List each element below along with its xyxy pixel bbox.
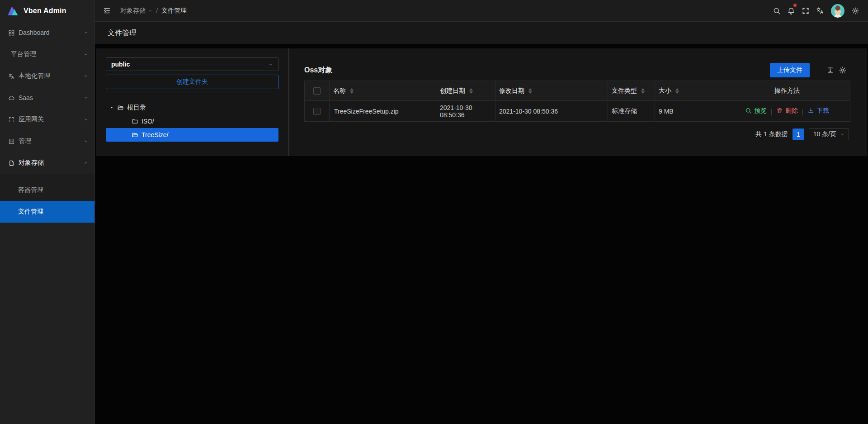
chevron-down-icon xyxy=(148,9,152,13)
fullscreen-icon[interactable] xyxy=(798,0,813,22)
tree-item[interactable]: ISO/ xyxy=(106,114,278,128)
bell-icon[interactable] xyxy=(784,0,798,22)
table-row: TreeSizeFreeSetup.zip2021-10-30 08:50:36… xyxy=(305,101,850,122)
bucket-panel: public 创建文件夹 根目录ISO/TreeSize/ xyxy=(96,48,288,156)
cell-size: 9 MB xyxy=(655,101,724,122)
cloud-icon xyxy=(8,95,15,101)
column-header-size[interactable]: 大小 xyxy=(655,81,724,101)
chevron-down-icon xyxy=(84,95,88,100)
delete-icon xyxy=(776,107,783,114)
page-size-value: 10 条/页 xyxy=(813,130,836,138)
column-header-modified[interactable]: 修改日期 xyxy=(495,81,608,101)
row-checkbox[interactable] xyxy=(313,108,321,115)
chevron-down-icon xyxy=(84,117,88,122)
folder-icon xyxy=(132,118,138,125)
action-divider xyxy=(802,109,803,115)
breadcrumb-item-parent[interactable]: 对象存储 xyxy=(120,7,152,15)
sidebar-item[interactable]: 应用网关 xyxy=(0,109,94,130)
file-icon xyxy=(8,160,15,167)
sidebar-subitem[interactable]: 容器管理 xyxy=(0,179,94,201)
sidebar-item[interactable]: 对象存储 xyxy=(0,152,94,174)
sidebar-item[interactable]: 本地化管理 xyxy=(0,65,94,87)
notification-badge xyxy=(793,4,797,7)
cell-actions: 预览删除下载 xyxy=(724,101,850,122)
header-actions xyxy=(769,0,863,22)
cell-name: TreeSizeFreeSetup.zip xyxy=(330,101,436,122)
sidebar-menu: Dashboard平台管理本地化管理Saas应用网关管理对象存储容器管理文件管理 xyxy=(0,22,94,223)
oss-panel-header: Oss对象 上传文件 xyxy=(304,63,849,77)
folder-tree: 根目录ISO/TreeSize/ xyxy=(106,101,278,142)
sidebar-item[interactable]: 管理 xyxy=(0,130,94,152)
sidebar-item[interactable]: Saas xyxy=(0,87,94,109)
chevron-down-icon xyxy=(84,52,88,57)
pagination-page-button[interactable]: 1 xyxy=(793,129,804,140)
folder-open-icon xyxy=(117,105,124,111)
sort-icon[interactable] xyxy=(641,88,645,94)
breadcrumb-separator: / xyxy=(156,7,158,14)
column-header-type[interactable]: 文件类型 xyxy=(608,81,655,101)
app-root: Vben Admin Dashboard平台管理本地化管理Saas应用网关管理对… xyxy=(0,0,868,424)
sort-icon[interactable] xyxy=(675,88,679,94)
sidebar: Vben Admin Dashboard平台管理本地化管理Saas应用网关管理对… xyxy=(0,0,95,424)
breadcrumb: 对象存储 / 文件管理 xyxy=(120,7,187,15)
column-header-created[interactable]: 创建日期 xyxy=(436,81,495,101)
sort-icon[interactable] xyxy=(350,88,354,94)
chevron-down-icon xyxy=(84,139,88,143)
upload-button[interactable]: 上传文件 xyxy=(770,63,810,77)
chevron-down-icon xyxy=(84,161,88,165)
delete-action[interactable]: 删除 xyxy=(776,107,798,115)
preview-icon xyxy=(745,107,752,114)
toolbar-divider xyxy=(818,67,818,74)
translate-icon xyxy=(8,73,15,80)
panel-title: Oss对象 xyxy=(304,66,332,75)
page-title: 文件管理 xyxy=(108,29,137,38)
bucket-select-value: public xyxy=(111,61,130,68)
bucket-select[interactable]: public xyxy=(106,57,278,71)
column-header-name[interactable]: 名称 xyxy=(330,81,436,101)
header-left: 对象存储 / 文件管理 xyxy=(99,0,187,22)
select-all-checkbox[interactable] xyxy=(313,87,321,95)
preview-action[interactable]: 预览 xyxy=(745,107,767,115)
logo[interactable]: Vben Admin xyxy=(0,0,94,22)
gateway-icon xyxy=(8,116,15,123)
user-avatar[interactable] xyxy=(831,4,844,18)
download-action[interactable]: 下载 xyxy=(807,107,829,115)
cell-modified: 2021-10-30 08:50:36 xyxy=(495,101,608,122)
create-folder-button[interactable]: 创建文件夹 xyxy=(106,75,278,89)
cell-type: 标准存储 xyxy=(608,101,655,122)
sidebar-submenu: 容器管理文件管理 xyxy=(0,174,94,223)
sidebar-item[interactable]: 平台管理 xyxy=(0,43,94,65)
sort-icon[interactable] xyxy=(469,88,473,94)
table-toolbar: 上传文件 xyxy=(770,63,849,77)
sidebar-subitem[interactable]: 文件管理 xyxy=(0,201,94,223)
dashboard-icon xyxy=(8,29,15,36)
oss-table: 名称创建日期修改日期文件类型大小操作方法 TreeSizeFreeSetup.z… xyxy=(304,81,850,122)
menu-fold-icon[interactable] xyxy=(99,0,114,22)
oss-panel: Oss对象 上传文件 名称创建日期修改日期文件类型大小操作方法 TreeSize… xyxy=(289,48,867,156)
top-header: 对象存储 / 文件管理 xyxy=(95,0,868,22)
search-icon[interactable] xyxy=(769,0,784,22)
table-settings-icon[interactable] xyxy=(836,64,849,76)
settings-icon[interactable] xyxy=(848,0,863,22)
breadcrumb-item-current[interactable]: 文件管理 xyxy=(161,7,187,15)
row-height-icon[interactable] xyxy=(824,64,836,76)
app-title: Vben Admin xyxy=(24,7,66,15)
action-divider xyxy=(771,109,772,115)
cell-created: 2021-10-30 08:50:36 xyxy=(436,101,495,122)
pagination: 共 1 条数据 1 10 条/页 xyxy=(304,129,849,140)
column-header-actions: 操作方法 xyxy=(724,81,850,101)
tree-item[interactable]: 根目录 xyxy=(106,101,278,114)
content-area: public 创建文件夹 根目录ISO/TreeSize/ Oss对象 上传文件 xyxy=(95,44,868,424)
page-size-select[interactable]: 10 条/页 xyxy=(809,129,849,140)
folder-open-icon xyxy=(132,132,138,138)
language-icon[interactable] xyxy=(813,0,827,22)
sort-icon[interactable] xyxy=(528,88,532,94)
chevron-down-icon xyxy=(84,74,88,78)
chevron-down-icon xyxy=(840,132,844,137)
tree-item[interactable]: TreeSize/ xyxy=(106,128,278,142)
download-icon xyxy=(807,107,814,114)
sidebar-item[interactable]: Dashboard xyxy=(0,22,94,43)
chevron-down-icon xyxy=(268,62,273,67)
page-title-bar: 文件管理 xyxy=(95,22,868,44)
pagination-total: 共 1 条数据 xyxy=(755,130,788,138)
